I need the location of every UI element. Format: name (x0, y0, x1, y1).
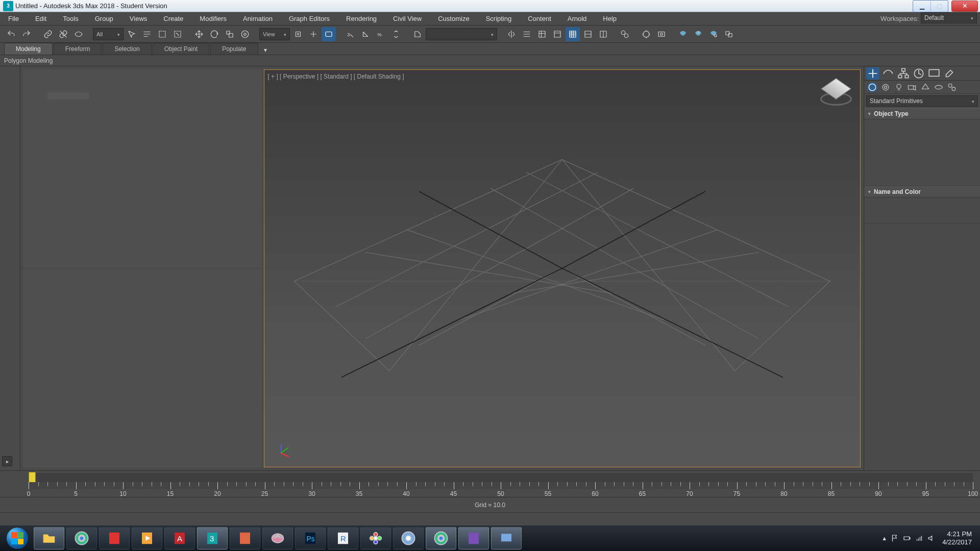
viewcube[interactable] (818, 74, 854, 110)
taskbar-autocad-button[interactable]: A (164, 527, 195, 549)
tray-network-icon[interactable] (915, 534, 924, 543)
angle-snap-button[interactable] (358, 27, 373, 41)
render-production-button[interactable] (676, 27, 690, 41)
rollout-name-color-header[interactable]: Name and Color (864, 186, 980, 197)
menu-modifiers[interactable]: Modifiers (191, 12, 235, 25)
menu-rendering[interactable]: Rendering (338, 12, 385, 25)
select-move-button[interactable] (192, 27, 206, 41)
render-activeshade-button[interactable] (706, 27, 721, 41)
menu-animation[interactable]: Animation (235, 12, 281, 25)
reference-coord-dropdown[interactable]: View (259, 28, 290, 40)
taskbar-photoshop-button[interactable]: Ps (295, 527, 326, 549)
menu-help[interactable]: Help (595, 12, 625, 25)
menu-arnold[interactable]: Arnold (559, 12, 595, 25)
category-shapes-button[interactable] (880, 82, 891, 92)
curve-editor-button[interactable] (566, 27, 580, 41)
toggle-ribbon-button[interactable] (550, 27, 565, 41)
select-rotate-button[interactable] (207, 27, 222, 41)
category-systems-button[interactable] (947, 82, 957, 92)
select-object-button[interactable] (125, 27, 139, 41)
menu-civil-view[interactable]: Civil View (385, 12, 430, 25)
menu-file[interactable]: File (0, 12, 27, 25)
taskbar-chrome-button[interactable] (66, 527, 97, 549)
taskbar-chromium-button[interactable] (393, 527, 424, 549)
taskbar-3dsmax-button[interactable]: 3 (197, 527, 228, 549)
unlink-button[interactable] (56, 27, 70, 41)
menu-group[interactable]: Group (87, 12, 121, 25)
pivot-center-button[interactable] (291, 27, 305, 41)
subcategory-dropdown[interactable]: Standard Primitives (866, 95, 978, 107)
cmdpanel-tab-display[interactable] (927, 67, 941, 80)
align-button[interactable] (520, 27, 534, 41)
time-slider-handle[interactable] (29, 472, 36, 483)
rendered-frame-button[interactable] (654, 27, 669, 41)
viewport-perspective[interactable]: [ + ] [ Perspective ] [ Standard ] [ Def… (264, 69, 861, 467)
category-cameras-button[interactable] (907, 82, 917, 92)
ribbon-overflow-button[interactable]: ▾ (259, 45, 272, 55)
ribbon-tab-populate[interactable]: Populate (210, 43, 258, 55)
link-button[interactable] (41, 27, 55, 41)
material-editor-button[interactable] (618, 27, 632, 41)
ribbon-tab-freeform[interactable]: Freeform (54, 43, 102, 55)
menu-customize[interactable]: Customize (430, 12, 477, 25)
menu-scripting[interactable]: Scripting (478, 12, 520, 25)
ribbon-tab-modeling[interactable]: Modeling (4, 43, 53, 55)
manipulate-button[interactable] (306, 27, 321, 41)
menu-graph-editors[interactable]: Graph Editors (281, 12, 338, 25)
rollout-object-type-header[interactable]: Object Type (864, 108, 980, 119)
select-place-button[interactable] (238, 27, 252, 41)
tray-battery-icon[interactable] (902, 534, 912, 543)
taskbar-app2-button[interactable] (491, 527, 522, 549)
window-close-button[interactable]: ✕ (951, 1, 978, 12)
menu-tools[interactable]: Tools (55, 12, 86, 25)
edit-named-selection-button[interactable] (410, 27, 425, 41)
workspace-dropdown[interactable]: Default (921, 12, 977, 23)
ribbon-tab-selection[interactable]: Selection (103, 43, 151, 55)
mirror-button[interactable] (504, 27, 519, 41)
taskbar-wmplayer-button[interactable] (132, 527, 162, 549)
menu-create[interactable]: Create (155, 12, 191, 25)
selection-filter-dropdown[interactable]: All (93, 28, 124, 40)
percent-snap-button[interactable]: % (374, 27, 388, 41)
tray-flag-icon[interactable] (890, 534, 899, 543)
taskbar-revit-button[interactable]: R (328, 527, 358, 549)
category-lights-button[interactable] (894, 82, 904, 92)
tray-volume-icon[interactable] (927, 534, 936, 543)
menu-content[interactable]: Content (520, 12, 559, 25)
menu-views[interactable]: Views (121, 12, 155, 25)
window-maximize-button[interactable]: ▢ (930, 1, 948, 11)
cmdpanel-tab-hierarchy[interactable] (897, 67, 910, 80)
category-geometry-button[interactable] (867, 82, 877, 92)
taskbar-app-button[interactable] (458, 527, 489, 549)
maxscript-listener-area[interactable] (0, 512, 980, 525)
ribbon-tab-object-paint[interactable]: Object Paint (153, 43, 209, 55)
cmdpanel-tab-motion[interactable] (912, 67, 925, 80)
taskbar-acrobat-button[interactable] (99, 527, 130, 549)
dope-sheet-button[interactable] (581, 27, 595, 41)
layer-explorer-button[interactable] (535, 27, 549, 41)
schematic-view-button[interactable] (596, 27, 610, 41)
cmdpanel-tab-utilities[interactable] (943, 67, 956, 80)
snap-toggle-button[interactable]: 3 (343, 27, 357, 41)
taskbar-chrome2-button[interactable] (426, 527, 456, 549)
cmdpanel-tab-modify[interactable] (881, 67, 895, 80)
window-minimize-button[interactable]: ▁ (913, 1, 930, 11)
category-helpers-button[interactable] (920, 82, 930, 92)
keyboard-shortcut-override-button[interactable] (322, 27, 336, 41)
named-selection-dropdown[interactable] (426, 28, 497, 40)
window-crossing-button[interactable] (170, 27, 185, 41)
start-button[interactable] (3, 527, 32, 549)
scene-explorer-expand-button[interactable]: ▸ (2, 456, 12, 466)
spinner-snap-button[interactable] (389, 27, 403, 41)
render-in-cloud-button[interactable] (722, 27, 736, 41)
select-by-name-button[interactable] (140, 27, 154, 41)
viewport-front[interactable] (23, 269, 262, 467)
category-spacewarps-button[interactable] (934, 82, 944, 92)
undo-button[interactable] (4, 27, 18, 41)
taskbar-photos-button[interactable] (360, 527, 391, 549)
redo-button[interactable] (19, 27, 34, 41)
menu-edit[interactable]: Edit (27, 12, 55, 25)
viewport-top[interactable] (23, 69, 262, 267)
bind-spacewarp-button[interactable] (71, 27, 86, 41)
render-iterative-button[interactable] (691, 27, 705, 41)
